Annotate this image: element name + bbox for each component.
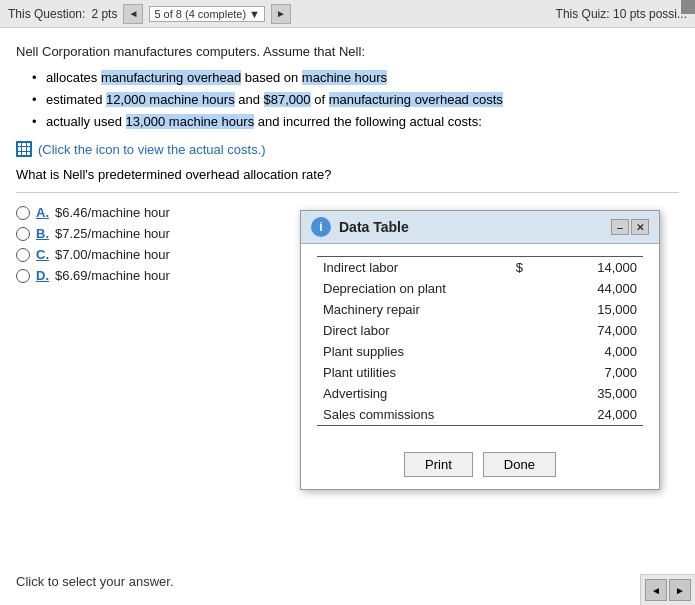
modal-header-left: i Data Table bbox=[311, 217, 409, 237]
radio-b[interactable] bbox=[16, 227, 30, 241]
modal-body: Indirect labor $ 14,000 Depreciation on … bbox=[301, 244, 659, 444]
top-bar-right: This Quiz: 10 pts possi... bbox=[556, 7, 687, 21]
table-cell-label: Machinery repair bbox=[317, 299, 496, 320]
table-cell-label: Plant supplies bbox=[317, 341, 496, 362]
table-cell-dollar bbox=[496, 362, 529, 383]
table-cell-label: Advertising bbox=[317, 383, 496, 404]
table-cell-dollar bbox=[496, 299, 529, 320]
choice-text-a: $6.46/machine hour bbox=[55, 205, 170, 220]
top-bar-left: This Question: 2 pts ◄ 5 of 8 (4 complet… bbox=[8, 4, 291, 24]
sub-question-text: What is Nell's predetermined overhead al… bbox=[16, 167, 331, 182]
bottom-left-arrow[interactable]: ◄ bbox=[645, 579, 667, 601]
dropdown-arrow-icon: ▼ bbox=[249, 8, 260, 20]
table-cell-dollar bbox=[496, 320, 529, 341]
question-pts: 2 pts bbox=[91, 7, 117, 21]
table-row: Indirect labor $ 14,000 bbox=[317, 257, 643, 279]
nav-next-button[interactable]: ► bbox=[271, 4, 291, 24]
quiz-label: This Quiz: bbox=[556, 7, 610, 21]
table-cell-amount: 4,000 bbox=[529, 341, 643, 362]
table-cell-amount: 24,000 bbox=[529, 404, 643, 426]
modal-minimize-button[interactable]: – bbox=[611, 219, 629, 235]
table-cell-label: Plant utilities bbox=[317, 362, 496, 383]
choice-text-c: $7.00/machine hour bbox=[55, 247, 170, 262]
nav-status-text: 5 of 8 (4 complete) bbox=[154, 8, 246, 20]
table-cell-amount: 35,000 bbox=[529, 383, 643, 404]
choice-label-b: B. bbox=[36, 226, 49, 241]
table-row: Advertising 35,000 bbox=[317, 383, 643, 404]
icon-link-text: (Click the icon to view the actual costs… bbox=[38, 142, 266, 157]
table-cell-dollar: $ bbox=[496, 257, 529, 279]
table-cell-amount: 44,000 bbox=[529, 278, 643, 299]
radio-c[interactable] bbox=[16, 248, 30, 262]
bullet-list: allocates manufacturing overhead based o… bbox=[32, 67, 679, 133]
choice-label-a: A. bbox=[36, 205, 49, 220]
choice-label-d: D. bbox=[36, 268, 49, 283]
table-cell-dollar bbox=[496, 278, 529, 299]
print-button[interactable]: Print bbox=[404, 452, 473, 477]
table-row: Direct labor 74,000 bbox=[317, 320, 643, 341]
click-select-label: Click to select your answer. bbox=[16, 574, 174, 589]
top-bar: This Question: 2 pts ◄ 5 of 8 (4 complet… bbox=[0, 0, 695, 28]
table-cell-label: Indirect labor bbox=[317, 257, 496, 279]
table-cell-amount: 7,000 bbox=[529, 362, 643, 383]
data-table: Indirect labor $ 14,000 Depreciation on … bbox=[317, 256, 643, 426]
resize-handle[interactable] bbox=[681, 0, 695, 14]
modal-close-button[interactable]: ✕ bbox=[631, 219, 649, 235]
table-cell-amount: 14,000 bbox=[529, 257, 643, 279]
radio-d[interactable] bbox=[16, 269, 30, 283]
choice-text-b: $7.25/machine hour bbox=[55, 226, 170, 241]
table-cell-dollar bbox=[496, 341, 529, 362]
modal-header-controls: – ✕ bbox=[611, 219, 649, 235]
modal-footer: Print Done bbox=[301, 444, 659, 489]
table-cell-label: Depreciation on plant bbox=[317, 278, 496, 299]
done-button[interactable]: Done bbox=[483, 452, 556, 477]
question-intro: Nell Corporation manufactures computers.… bbox=[16, 42, 679, 63]
bottom-right-arrow[interactable]: ► bbox=[669, 579, 691, 601]
question-label: This Question: bbox=[8, 7, 85, 21]
table-cell-label: Direct labor bbox=[317, 320, 496, 341]
table-row: Plant supplies 4,000 bbox=[317, 341, 643, 362]
choice-text-d: $6.69/machine hour bbox=[55, 268, 170, 283]
radio-a[interactable] bbox=[16, 206, 30, 220]
modal-header: i Data Table – ✕ bbox=[301, 211, 659, 244]
grid-icon bbox=[16, 141, 32, 157]
nav-prev-button[interactable]: ◄ bbox=[123, 4, 143, 24]
data-table-modal: i Data Table – ✕ Indirect labor $ 14,000… bbox=[300, 210, 660, 490]
bottom-nav: ◄ ► bbox=[640, 574, 695, 605]
table-row: Depreciation on plant 44,000 bbox=[317, 278, 643, 299]
table-cell-dollar bbox=[496, 404, 529, 426]
table-cell-amount: 15,000 bbox=[529, 299, 643, 320]
choice-label-c: C. bbox=[36, 247, 49, 262]
bullet-item-1: allocates manufacturing overhead based o… bbox=[32, 67, 679, 89]
table-cell-dollar bbox=[496, 383, 529, 404]
table-row: Sales commissions 24,000 bbox=[317, 404, 643, 426]
table-cell-amount: 74,000 bbox=[529, 320, 643, 341]
data-table-link[interactable]: (Click the icon to view the actual costs… bbox=[16, 141, 679, 157]
bullet-item-2: estimated 12,000 machine hours and $87,0… bbox=[32, 89, 679, 111]
nav-status-dropdown[interactable]: 5 of 8 (4 complete) ▼ bbox=[149, 6, 265, 22]
table-cell-label: Sales commissions bbox=[317, 404, 496, 426]
table-row: Plant utilities 7,000 bbox=[317, 362, 643, 383]
table-row: Machinery repair 15,000 bbox=[317, 299, 643, 320]
bullet-item-3: actually used 13,000 machine hours and i… bbox=[32, 111, 679, 133]
sub-question: What is Nell's predetermined overhead al… bbox=[16, 167, 679, 193]
quiz-pts: 10 pts possi... bbox=[613, 7, 687, 21]
modal-title: Data Table bbox=[339, 219, 409, 235]
info-icon: i bbox=[311, 217, 331, 237]
